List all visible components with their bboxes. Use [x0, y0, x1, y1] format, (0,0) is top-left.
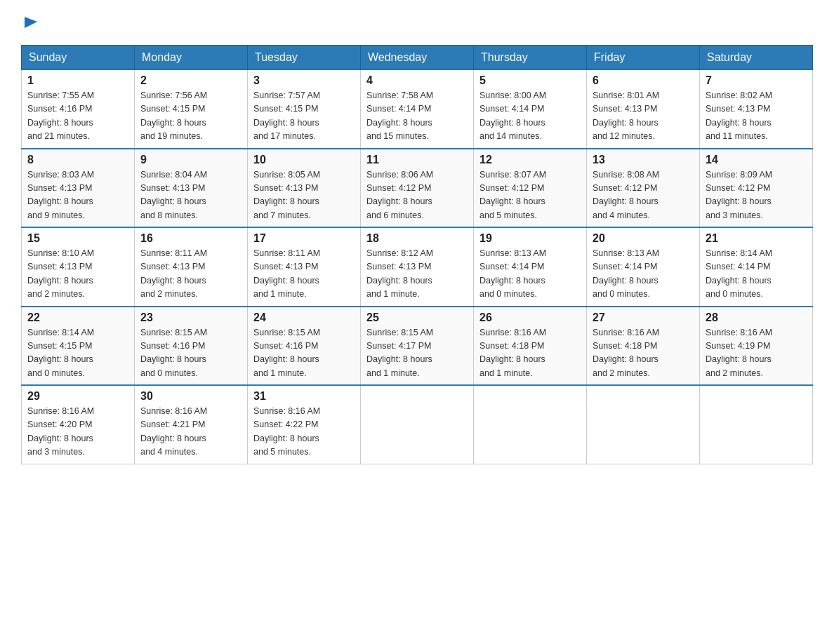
calendar-cell: 12 Sunrise: 8:07 AMSunset: 4:12 PMDaylig…	[474, 149, 587, 228]
calendar-cell: 19 Sunrise: 8:13 AMSunset: 4:14 PMDaylig…	[474, 227, 587, 307]
calendar-cell: 4 Sunrise: 7:58 AMSunset: 4:14 PMDayligh…	[361, 70, 474, 149]
day-info: Sunrise: 8:16 AMSunset: 4:20 PMDaylight:…	[27, 405, 128, 459]
day-info: Sunrise: 8:10 AMSunset: 4:13 PMDaylight:…	[27, 247, 128, 302]
day-info: Sunrise: 8:11 AMSunset: 4:13 PMDaylight:…	[140, 247, 241, 302]
day-info: Sunrise: 8:07 AMSunset: 4:12 PMDaylight:…	[479, 168, 581, 223]
day-info: Sunrise: 8:15 AMSunset: 4:16 PMDaylight:…	[253, 326, 355, 381]
calendar-week-row: 22 Sunrise: 8:14 AMSunset: 4:15 PMDaylig…	[22, 307, 813, 386]
calendar-cell: 21 Sunrise: 8:14 AMSunset: 4:14 PMDaylig…	[700, 227, 813, 307]
calendar-cell: 22 Sunrise: 8:14 AMSunset: 4:15 PMDaylig…	[22, 307, 135, 386]
calendar-cell: 26 Sunrise: 8:16 AMSunset: 4:18 PMDaylig…	[474, 307, 587, 386]
day-info: Sunrise: 8:05 AMSunset: 4:13 PMDaylight:…	[253, 168, 355, 223]
day-number: 3	[253, 74, 355, 87]
day-number: 18	[366, 232, 468, 245]
calendar-cell: 17 Sunrise: 8:11 AMSunset: 4:13 PMDaylig…	[248, 227, 361, 307]
calendar-header-tuesday: Tuesday	[248, 46, 361, 70]
day-info: Sunrise: 8:16 AMSunset: 4:18 PMDaylight:…	[593, 326, 694, 381]
day-info: Sunrise: 8:13 AMSunset: 4:14 PMDaylight:…	[593, 247, 694, 302]
day-number: 24	[253, 311, 355, 324]
day-info: Sunrise: 8:14 AMSunset: 4:14 PMDaylight:…	[706, 247, 807, 302]
calendar-cell: 10 Sunrise: 8:05 AMSunset: 4:13 PMDaylig…	[248, 149, 361, 228]
day-number: 13	[593, 154, 694, 166]
calendar-week-row: 8 Sunrise: 8:03 AMSunset: 4:13 PMDayligh…	[22, 149, 813, 228]
day-info: Sunrise: 8:11 AMSunset: 4:13 PMDaylight:…	[253, 247, 355, 302]
calendar-cell: 7 Sunrise: 8:02 AMSunset: 4:13 PMDayligh…	[700, 70, 813, 149]
logo	[21, 14, 39, 32]
day-number: 26	[479, 311, 581, 324]
day-info: Sunrise: 8:16 AMSunset: 4:22 PMDaylight:…	[253, 405, 355, 459]
calendar-table: SundayMondayTuesdayWednesdayThursdayFrid…	[21, 45, 813, 464]
calendar-header-thursday: Thursday	[474, 46, 587, 70]
day-number: 23	[140, 311, 241, 324]
calendar-week-row: 1 Sunrise: 7:55 AMSunset: 4:16 PMDayligh…	[22, 70, 813, 149]
calendar-header-wednesday: Wednesday	[361, 46, 474, 70]
calendar-cell: 31 Sunrise: 8:16 AMSunset: 4:22 PMDaylig…	[248, 385, 361, 464]
day-info: Sunrise: 8:14 AMSunset: 4:15 PMDaylight:…	[27, 326, 128, 381]
calendar-cell: 15 Sunrise: 8:10 AMSunset: 4:13 PMDaylig…	[22, 227, 135, 307]
calendar-cell: 29 Sunrise: 8:16 AMSunset: 4:20 PMDaylig…	[22, 385, 135, 464]
calendar-cell: 18 Sunrise: 8:12 AMSunset: 4:13 PMDaylig…	[361, 227, 474, 307]
day-info: Sunrise: 8:16 AMSunset: 4:19 PMDaylight:…	[706, 326, 807, 381]
calendar-header-monday: Monday	[135, 46, 248, 70]
day-number: 22	[27, 311, 128, 324]
day-number: 28	[706, 311, 807, 324]
calendar-cell: 13 Sunrise: 8:08 AMSunset: 4:12 PMDaylig…	[587, 149, 700, 228]
calendar-week-row: 15 Sunrise: 8:10 AMSunset: 4:13 PMDaylig…	[22, 227, 813, 307]
calendar-cell: 24 Sunrise: 8:15 AMSunset: 4:16 PMDaylig…	[248, 307, 361, 386]
day-number: 14	[706, 154, 807, 166]
calendar-cell: 14 Sunrise: 8:09 AMSunset: 4:12 PMDaylig…	[700, 149, 813, 228]
calendar-header-saturday: Saturday	[700, 46, 813, 70]
day-info: Sunrise: 8:03 AMSunset: 4:13 PMDaylight:…	[27, 168, 128, 223]
calendar-cell: 6 Sunrise: 8:01 AMSunset: 4:13 PMDayligh…	[587, 70, 700, 149]
day-number: 25	[366, 311, 468, 324]
calendar-cell: 5 Sunrise: 8:00 AMSunset: 4:14 PMDayligh…	[474, 70, 587, 149]
calendar-cell: 9 Sunrise: 8:04 AMSunset: 4:13 PMDayligh…	[135, 149, 248, 228]
day-number: 4	[366, 74, 468, 87]
calendar-cell: 28 Sunrise: 8:16 AMSunset: 4:19 PMDaylig…	[700, 307, 813, 386]
calendar-cell: 20 Sunrise: 8:13 AMSunset: 4:14 PMDaylig…	[587, 227, 700, 307]
day-number: 16	[140, 232, 241, 245]
calendar-header-friday: Friday	[587, 46, 700, 70]
day-number: 19	[479, 232, 581, 245]
day-number: 17	[253, 232, 355, 245]
day-number: 10	[253, 154, 355, 166]
day-info: Sunrise: 7:56 AMSunset: 4:15 PMDaylight:…	[140, 89, 241, 144]
day-number: 27	[593, 311, 694, 324]
day-info: Sunrise: 8:02 AMSunset: 4:13 PMDaylight:…	[706, 89, 807, 144]
calendar-cell: 27 Sunrise: 8:16 AMSunset: 4:18 PMDaylig…	[587, 307, 700, 386]
day-info: Sunrise: 8:09 AMSunset: 4:12 PMDaylight:…	[706, 168, 807, 223]
day-number: 21	[706, 232, 807, 245]
day-number: 7	[706, 74, 807, 87]
calendar-header-row: SundayMondayTuesdayWednesdayThursdayFrid…	[22, 46, 813, 70]
calendar-cell: 23 Sunrise: 8:15 AMSunset: 4:16 PMDaylig…	[135, 307, 248, 386]
day-info: Sunrise: 8:13 AMSunset: 4:14 PMDaylight:…	[479, 247, 581, 302]
day-number: 15	[27, 232, 128, 245]
day-info: Sunrise: 8:16 AMSunset: 4:18 PMDaylight:…	[479, 326, 581, 381]
calendar-cell	[700, 385, 813, 464]
logo-arrow-icon	[23, 14, 39, 29]
calendar-header-sunday: Sunday	[22, 46, 135, 70]
day-info: Sunrise: 8:00 AMSunset: 4:14 PMDaylight:…	[479, 89, 581, 144]
day-number: 11	[366, 154, 468, 166]
day-number: 29	[27, 390, 128, 403]
day-number: 31	[253, 390, 355, 403]
day-number: 2	[140, 74, 241, 87]
calendar-cell: 1 Sunrise: 7:55 AMSunset: 4:16 PMDayligh…	[22, 70, 135, 149]
day-number: 20	[593, 232, 694, 245]
day-number: 12	[479, 154, 581, 166]
calendar-week-row: 29 Sunrise: 8:16 AMSunset: 4:20 PMDaylig…	[22, 385, 813, 464]
day-info: Sunrise: 7:55 AMSunset: 4:16 PMDaylight:…	[27, 89, 128, 144]
calendar-cell: 2 Sunrise: 7:56 AMSunset: 4:15 PMDayligh…	[135, 70, 248, 149]
calendar-cell: 11 Sunrise: 8:06 AMSunset: 4:12 PMDaylig…	[361, 149, 474, 228]
day-number: 30	[140, 390, 241, 403]
day-number: 8	[27, 154, 128, 166]
day-info: Sunrise: 8:15 AMSunset: 4:17 PMDaylight:…	[366, 326, 468, 381]
day-info: Sunrise: 8:06 AMSunset: 4:12 PMDaylight:…	[366, 168, 468, 223]
calendar-cell: 30 Sunrise: 8:16 AMSunset: 4:21 PMDaylig…	[135, 385, 248, 464]
calendar-cell: 16 Sunrise: 8:11 AMSunset: 4:13 PMDaylig…	[135, 227, 248, 307]
day-info: Sunrise: 7:58 AMSunset: 4:14 PMDaylight:…	[366, 89, 468, 144]
day-number: 5	[479, 74, 581, 87]
svg-marker-0	[25, 17, 37, 28]
day-info: Sunrise: 7:57 AMSunset: 4:15 PMDaylight:…	[253, 89, 355, 144]
day-info: Sunrise: 8:08 AMSunset: 4:12 PMDaylight:…	[593, 168, 694, 223]
